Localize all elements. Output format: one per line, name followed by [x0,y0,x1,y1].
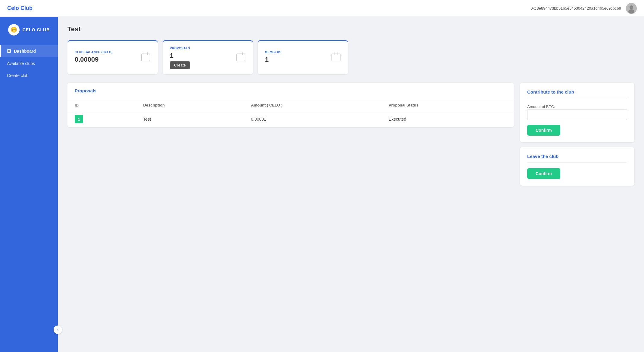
proposals-card: Proposals ID Description Amount ( CELO )… [67,83,514,127]
wallet-address: 0xc3e894473bb51b5e5453042420a1d465e69cbc… [530,6,621,11]
sidebar: 😊 CELO CLUB ⊞ Dashboard Available clubs … [0,17,58,352]
sidebar-brand-icon: 😊 [8,24,20,36]
svg-rect-7 [237,54,245,61]
stat-members-value: 1 [265,56,282,63]
sidebar-item-dashboard[interactable]: ⊞ Dashboard [0,45,58,57]
members-calendar-icon [331,52,341,64]
table-row: 1 Test 0.00001 Executed [67,111,514,127]
col-status: Proposal Status [381,99,514,111]
sidebar-item-available-clubs-label: Available clubs [7,61,35,66]
proposal-status-cell: Executed [381,111,514,127]
topnav: Celo Club 0xc3e894473bb51b5e5453042420a1… [0,0,644,17]
leave-panel-title: Leave the club [527,154,627,163]
contribute-panel-title: Contribute to the club [527,89,627,98]
proposal-id-cell: 1 [67,111,136,127]
sidebar-brand-label: CELO CLUB [23,27,50,32]
topnav-right: 0xc3e894473bb51b5e5453042420a1d465e69cbc… [530,3,637,14]
stat-proposals-action: Create [170,61,190,69]
app-logo[interactable]: Celo Club [7,5,33,11]
col-description: Description [136,99,244,111]
proposals-table-head: ID Description Amount ( CELO ) Proposal … [67,99,514,111]
svg-rect-11 [332,54,340,61]
sidebar-item-create-club[interactable]: Create club [0,70,58,81]
col-amount: Amount ( CELO ) [244,99,381,111]
proposals-table-body: 1 Test 0.00001 Executed [67,111,514,127]
stat-card-proposals-content: PROPOSALS 1 Create [170,47,190,69]
content-row: Proposals ID Description Amount ( CELO )… [67,83,634,186]
balance-calendar-icon [141,52,151,64]
stat-card-members: MEMBERS 1 [258,40,348,74]
proposals-calendar-icon [236,52,246,64]
sidebar-item-available-clubs[interactable]: Available clubs [0,58,58,69]
sidebar-collapse-button[interactable]: ‹ [54,326,62,334]
sidebar-item-dashboard-label: Dashboard [14,49,36,54]
stat-proposals-value: 1 [170,52,190,60]
sidebar-brand: 😊 CELO CLUB [8,24,50,36]
svg-point-1 [630,5,633,9]
stat-card-balance-content: CLUB BALANCE (CELO) 0.00009 [75,51,113,65]
proposals-header: Proposals [67,83,514,99]
page-title: Test [67,25,634,33]
sidebar-item-create-club-label: Create club [7,73,29,78]
stat-balance-value: 0.00009 [75,56,113,63]
proposals-table: ID Description Amount ( CELO ) Proposal … [67,99,514,127]
proposal-amount-cell: 0.00001 [244,111,381,127]
proposals-section-title: Proposals [75,88,97,93]
stat-balance-label: CLUB BALANCE (CELO) [75,51,113,54]
stats-row: CLUB BALANCE (CELO) 0.00009 PROPOSALS 1 … [67,40,634,74]
contribute-confirm-button[interactable]: Confirm [527,125,560,136]
svg-point-2 [628,9,634,14]
create-proposal-button[interactable]: Create [170,61,190,69]
svg-rect-3 [142,54,150,61]
main-content: Test CLUB BALANCE (CELO) 0.00009 PROPOSA… [58,17,644,352]
proposal-description-cell: Test [136,111,244,127]
sidebar-nav: ⊞ Dashboard Available clubs Create club [0,45,58,81]
btc-amount-label: Amount of BTC: [527,104,555,109]
col-id: ID [67,99,136,111]
proposal-id-badge: 1 [75,115,83,123]
stat-members-label: MEMBERS [265,51,282,54]
stat-card-proposals: PROPOSALS 1 Create [163,40,253,74]
avatar[interactable] [626,3,637,14]
btc-amount-input[interactable] [527,109,627,120]
contribute-panel: Contribute to the club Amount of BTC: Co… [520,83,634,142]
dashboard-icon: ⊞ [7,48,11,54]
stat-proposals-label: PROPOSALS [170,47,190,50]
proposals-table-header-row: ID Description Amount ( CELO ) Proposal … [67,99,514,111]
stat-card-members-content: MEMBERS 1 [265,51,282,65]
stat-card-balance: CLUB BALANCE (CELO) 0.00009 [67,40,158,74]
right-panel: Contribute to the club Amount of BTC: Co… [520,83,634,186]
leave-panel: Leave the club Confirm [520,147,634,186]
leave-confirm-button[interactable]: Confirm [527,168,560,179]
app-body: 😊 CELO CLUB ⊞ Dashboard Available clubs … [0,17,644,352]
